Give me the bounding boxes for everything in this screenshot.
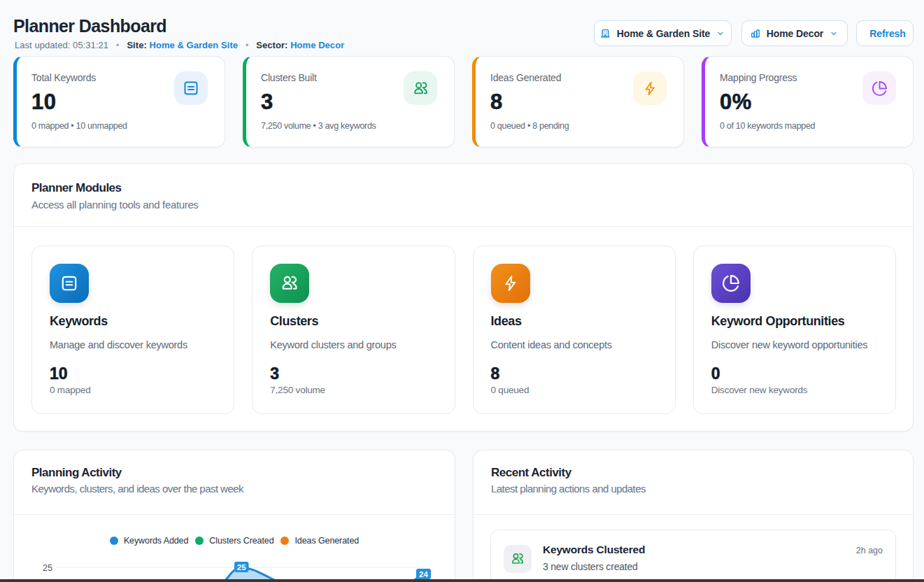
svg-text:25: 25 [43, 563, 52, 573]
svg-text:25: 25 [237, 563, 246, 572]
svg-text:24: 24 [419, 570, 428, 579]
